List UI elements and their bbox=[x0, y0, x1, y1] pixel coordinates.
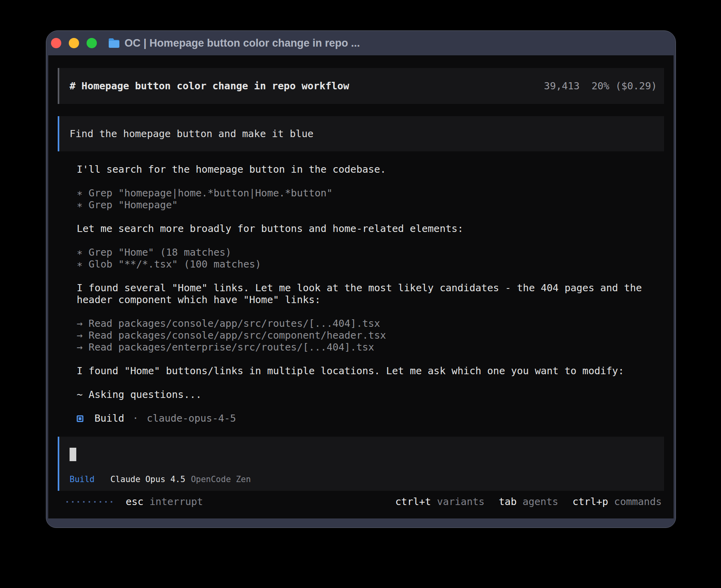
session-stats: 39,413 20% ($0.29) bbox=[544, 80, 657, 92]
terminal-window: OC | Homepage button color change in rep… bbox=[46, 30, 676, 528]
agent-task-model: claude-opus-4-5 bbox=[147, 413, 236, 424]
model-name: Claude Opus 4.5 bbox=[110, 474, 185, 484]
zoom-button[interactable] bbox=[87, 38, 97, 48]
token-count: 39,413 bbox=[544, 80, 579, 92]
minimize-button[interactable] bbox=[69, 38, 79, 48]
tool-call-line: → Read packages/enterprise/src/routes/[.… bbox=[77, 341, 664, 353]
tool-call-group: ∗ Grep "Home" (18 matches)∗ Glob "**/*.t… bbox=[77, 247, 664, 270]
status-bar: escinterrupt ctrl+tvariants tabagents ct… bbox=[58, 496, 664, 508]
terminal-content: # Homepage button color change in repo w… bbox=[48, 55, 674, 518]
assistant-text: I found "Home" buttons/links in multiple… bbox=[77, 365, 664, 377]
status-bar-right: ctrl+tvariants tabagents ctrl+pcommands bbox=[395, 496, 662, 508]
assistant-text: Let me search more broadly for buttons a… bbox=[77, 223, 664, 235]
window-titlebar[interactable]: OC | Homepage button color change in rep… bbox=[46, 31, 676, 55]
text-line: I found several "Home" links. Let me loo… bbox=[77, 282, 664, 306]
status-line: ~ Asking questions... bbox=[77, 389, 664, 401]
hint-label: interrupt bbox=[149, 496, 203, 507]
agent-task-row: Build·claude-opus-4-5 bbox=[77, 413, 664, 424]
tool-call-line: ∗ Grep "Home" (18 matches) bbox=[77, 247, 664, 258]
tool-call-group: ∗ Grep "homepage|home.*button|Home.*butt… bbox=[77, 187, 664, 211]
spinner-dot bbox=[66, 501, 68, 503]
hint-interrupt: escinterrupt bbox=[126, 496, 203, 508]
spinner-dot bbox=[77, 501, 79, 503]
traffic-lights bbox=[51, 38, 97, 48]
spinner-dot bbox=[111, 501, 112, 503]
hint-label: agents bbox=[523, 496, 558, 507]
window-title: OC | Homepage button color change in rep… bbox=[125, 37, 360, 49]
conversation: I'll search for the homepage button in t… bbox=[58, 164, 664, 424]
hint-variants: ctrl+tvariants bbox=[395, 496, 485, 508]
text-line: I'll search for the homepage button in t… bbox=[77, 164, 664, 175]
context-usage: 20% ($0.29) bbox=[591, 80, 657, 92]
hint-commands: ctrl+pcommands bbox=[572, 496, 662, 508]
hint-key: ctrl+p bbox=[572, 496, 608, 507]
assistant-text: I found several "Home" links. Let me loo… bbox=[77, 282, 664, 306]
text-line: Let me search more broadly for buttons a… bbox=[77, 223, 664, 235]
user-message: Find the homepage button and make it blu… bbox=[58, 116, 664, 151]
hint-label: variants bbox=[437, 496, 484, 507]
prompt-input[interactable]: Build Claude Opus 4.5 OpenCode Zen bbox=[58, 437, 664, 491]
spinner-dots-icon bbox=[66, 501, 112, 503]
agent-mode-label[interactable]: Build bbox=[70, 474, 94, 484]
separator-dot: · bbox=[132, 413, 138, 424]
text-line: I found "Home" buttons/links in multiple… bbox=[77, 365, 664, 377]
spinner-dot bbox=[83, 501, 85, 503]
tool-call-line: → Read packages/console/app/src/componen… bbox=[77, 330, 664, 341]
square-in-square-icon bbox=[77, 415, 83, 422]
tool-call-line: → Read packages/console/app/src/routes/[… bbox=[77, 318, 664, 330]
hint-label: commands bbox=[614, 496, 662, 507]
user-message-text: Find the homepage button and make it blu… bbox=[70, 128, 313, 140]
hint-key: ctrl+t bbox=[395, 496, 431, 507]
agent-task-name: Build bbox=[94, 413, 124, 424]
assistant-text: I'll search for the homepage button in t… bbox=[77, 164, 664, 175]
text-cursor-icon bbox=[70, 448, 76, 461]
tool-call-line: ∗ Grep "Homepage" bbox=[77, 199, 664, 211]
text-line: ~ Asking questions... bbox=[77, 389, 664, 401]
hint-agents: tabagents bbox=[499, 496, 558, 508]
input-meta-row: Build Claude Opus 4.5 OpenCode Zen bbox=[70, 474, 654, 484]
session-title: # Homepage button color change in repo w… bbox=[70, 80, 349, 92]
provider-name: OpenCode Zen bbox=[191, 474, 251, 484]
spinner-dot bbox=[100, 501, 101, 503]
close-button[interactable] bbox=[51, 38, 61, 48]
tool-call-line: ∗ Glob "**/*.tsx" (100 matches) bbox=[77, 258, 664, 270]
hint-key: esc bbox=[126, 496, 143, 507]
status-bar-left: escinterrupt bbox=[66, 496, 203, 508]
spinner-dot bbox=[72, 501, 74, 503]
session-header: # Homepage button color change in repo w… bbox=[58, 68, 664, 104]
hint-key: tab bbox=[499, 496, 517, 507]
spinner-dot bbox=[89, 501, 90, 503]
spinner-dot bbox=[105, 501, 107, 503]
tool-call-group: → Read packages/console/app/src/routes/[… bbox=[77, 318, 664, 353]
spinner-dot bbox=[94, 501, 96, 503]
tool-call-line: ∗ Grep "homepage|home.*button|Home.*butt… bbox=[77, 187, 664, 199]
folder-icon bbox=[108, 38, 120, 48]
